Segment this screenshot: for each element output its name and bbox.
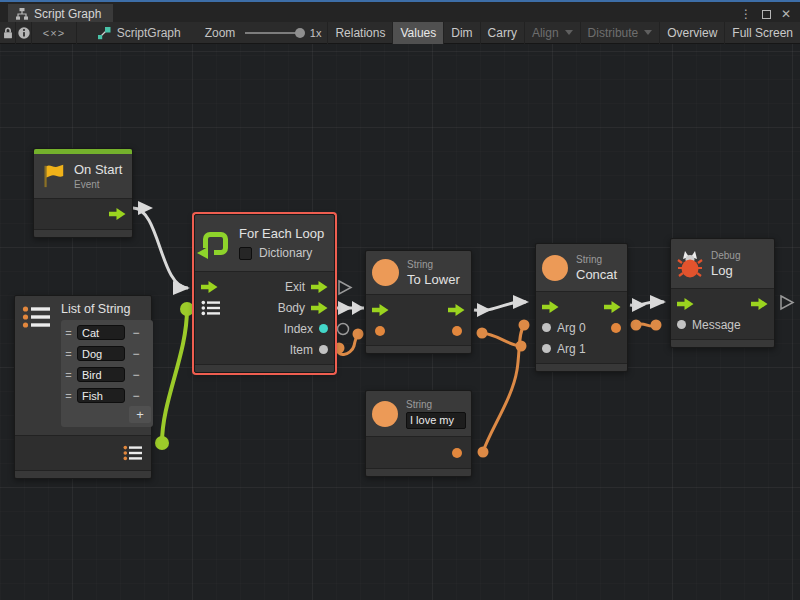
graph-name-label: ScriptGraph	[117, 26, 181, 40]
loop-icon	[203, 232, 228, 255]
node-debug-log[interactable]: Debug Log Message	[670, 238, 775, 348]
flow-output-port[interactable]	[751, 298, 768, 310]
remove-item-button[interactable]: −	[128, 347, 144, 361]
list-input-port[interactable]	[201, 300, 221, 316]
string-type-icon	[372, 259, 399, 286]
node-type-label: Debug	[711, 250, 740, 261]
list-item-input[interactable]	[77, 388, 125, 403]
list-item-input[interactable]	[77, 367, 125, 382]
flow-input-port[interactable]	[372, 304, 389, 316]
value-input-port-message[interactable]	[677, 320, 686, 329]
node-for-each-loop[interactable]: For Each Loop Dictionary Exit Body Index	[194, 214, 335, 373]
node-title: To Lower	[407, 272, 460, 287]
flow-output-port-exit[interactable]	[311, 281, 328, 293]
window-tab-bar: Script Graph ⋮ ✕	[0, 0, 800, 22]
values-button[interactable]: Values	[392, 22, 443, 44]
flow-output-port-body[interactable]	[311, 302, 328, 314]
carry-button[interactable]: Carry	[480, 22, 524, 44]
list-item-input[interactable]	[77, 346, 125, 361]
node-list-of-string[interactable]: List of String = − = − = − = −	[14, 295, 152, 479]
node-concat[interactable]: String Concat Arg 0 Arg 1	[535, 243, 628, 372]
value-input-port-arg0[interactable]	[542, 323, 551, 332]
list-item-input[interactable]	[77, 325, 125, 340]
graph-hierarchy-icon	[16, 8, 28, 20]
node-on-start[interactable]: On Start Event	[33, 148, 133, 238]
node-subtitle: Event	[74, 179, 122, 190]
fullscreen-button[interactable]: Full Screen	[724, 22, 800, 44]
flow-output-port[interactable]	[109, 208, 126, 220]
drag-handle-icon[interactable]: =	[63, 390, 74, 402]
dictionary-checkbox[interactable]	[239, 247, 252, 260]
remove-item-button[interactable]: −	[128, 326, 144, 340]
node-type-label: String	[406, 399, 466, 410]
port-label-exit: Exit	[285, 280, 305, 294]
list-icon	[22, 305, 52, 329]
bug-icon	[677, 250, 703, 278]
lock-icon	[1, 26, 15, 40]
value-output-port-index[interactable]	[319, 324, 328, 333]
list-item-row: = −	[63, 364, 151, 385]
node-title: Concat	[576, 267, 617, 282]
code-view-button[interactable]: <×>	[32, 22, 76, 44]
add-item-button[interactable]: +	[129, 406, 151, 423]
string-value-input[interactable]	[406, 412, 466, 429]
node-to-lower[interactable]: String To Lower	[365, 250, 472, 354]
script-graph-icon	[97, 26, 111, 40]
node-title: List of String	[61, 302, 147, 316]
graph-name: ScriptGraph	[97, 26, 181, 40]
node-type-label: String	[407, 259, 460, 270]
port-label-index: Index	[284, 322, 313, 336]
zoom-value: 1x	[310, 27, 322, 39]
value-output-port[interactable]	[611, 323, 621, 333]
remove-item-button[interactable]: −	[128, 389, 144, 403]
dim-button[interactable]: Dim	[443, 22, 479, 44]
node-title: For Each Loop	[239, 226, 324, 241]
graph-toolbar: <×> ScriptGraph Zoom 1x Relations Values…	[0, 22, 800, 44]
drag-handle-icon[interactable]: =	[63, 348, 74, 360]
list-item-row: = −	[63, 322, 151, 343]
node-title: On Start	[74, 162, 122, 177]
value-input-port-arg1[interactable]	[542, 344, 551, 353]
dropdown-arrow-icon	[644, 30, 652, 35]
dictionary-checkbox-label: Dictionary	[259, 246, 312, 260]
list-item-row: = −	[63, 385, 151, 406]
port-label-body: Body	[278, 301, 305, 315]
flow-input-port[interactable]	[677, 298, 694, 310]
port-label-message: Message	[692, 318, 741, 332]
flow-output-port[interactable]	[448, 304, 465, 316]
string-type-icon	[372, 401, 398, 427]
list-editor: = − = − = − = − +	[61, 320, 153, 427]
port-label-item: Item	[290, 343, 313, 357]
zoom-slider-knob[interactable]	[295, 28, 305, 38]
port-label-arg1: Arg 1	[557, 342, 586, 356]
value-input-port[interactable]	[375, 326, 385, 336]
value-output-port[interactable]	[452, 448, 462, 458]
zoom-slider[interactable]	[245, 32, 300, 34]
node-type-label: String	[576, 254, 617, 265]
info-button[interactable]	[16, 22, 32, 44]
drag-handle-icon[interactable]: =	[63, 369, 74, 381]
tab-title: Script Graph	[34, 7, 101, 21]
flow-input-port[interactable]	[542, 301, 559, 313]
node-string-literal[interactable]: String	[365, 390, 472, 477]
code-view-icon: <×>	[43, 27, 65, 39]
overview-button[interactable]: Overview	[659, 22, 724, 44]
distribute-button[interactable]: Distribute	[580, 22, 660, 44]
flag-icon	[40, 163, 66, 189]
list-output-port[interactable]	[123, 445, 143, 461]
info-icon	[17, 26, 31, 40]
align-button[interactable]: Align	[524, 22, 580, 44]
port-label-arg0: Arg 0	[557, 321, 586, 335]
list-item-row: = −	[63, 343, 151, 364]
lock-button[interactable]	[0, 22, 16, 44]
remove-item-button[interactable]: −	[128, 368, 144, 382]
string-type-icon	[542, 255, 568, 281]
node-title: Log	[711, 263, 740, 278]
flow-input-port[interactable]	[201, 281, 218, 293]
flow-output-port[interactable]	[604, 301, 621, 313]
dropdown-arrow-icon	[565, 30, 573, 35]
drag-handle-icon[interactable]: =	[63, 327, 74, 339]
relations-button[interactable]: Relations	[327, 22, 392, 44]
value-output-port-item[interactable]	[319, 345, 328, 354]
value-output-port[interactable]	[452, 326, 462, 336]
